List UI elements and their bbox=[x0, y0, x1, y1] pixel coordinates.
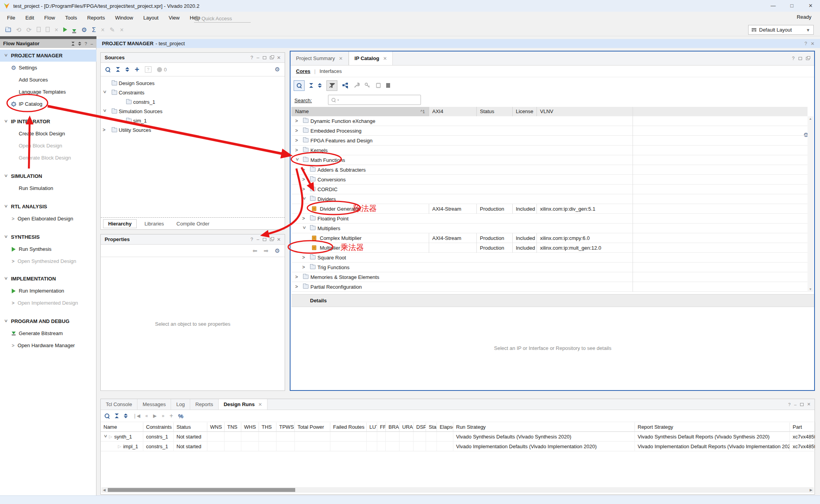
scroll-up-icon[interactable]: ▲ bbox=[809, 117, 812, 121]
close-tab-icon[interactable]: ✕ bbox=[258, 402, 262, 407]
settings-icon[interactable]: ⚙ bbox=[81, 27, 87, 33]
flow-item-ip-catalog[interactable]: IP Catalog bbox=[0, 98, 96, 110]
scroll-down-icon[interactable]: ▼ bbox=[809, 287, 812, 291]
taxonomy-view-icon[interactable] bbox=[342, 82, 349, 89]
ip-row-trig-functions[interactable]: >Trig Functions bbox=[291, 263, 808, 272]
source-item-constraints[interactable]: >Constraints bbox=[101, 88, 285, 97]
help-icon[interactable]: ? bbox=[251, 237, 253, 242]
expand-all-icon[interactable] bbox=[124, 413, 128, 418]
dr-column-failed-routes[interactable]: Failed Routes bbox=[330, 422, 367, 432]
dr-column-lut[interactable]: LUT bbox=[367, 422, 377, 432]
help-icon[interactable]: ? bbox=[251, 55, 253, 60]
layout-selector[interactable]: Default Layout ▼ bbox=[748, 25, 814, 35]
help-icon[interactable]: ? bbox=[788, 402, 791, 407]
ip-row-square-root[interactable]: >Square Root bbox=[291, 253, 808, 263]
maximize-icon[interactable]: □ bbox=[783, 0, 801, 12]
dr-column-tpws[interactable]: TPWS bbox=[276, 422, 295, 432]
collapse-all-icon[interactable] bbox=[309, 83, 313, 88]
subtab-interfaces[interactable]: Interfaces bbox=[319, 68, 342, 74]
menu-edit[interactable]: Edit bbox=[25, 15, 34, 21]
flow-section-header[interactable]: >PROJECT MANAGER bbox=[0, 50, 96, 62]
dr-column-part[interactable]: Part bbox=[790, 422, 815, 432]
add-sources-icon[interactable]: + bbox=[135, 65, 139, 74]
scrollbar-thumb[interactable] bbox=[108, 488, 295, 492]
dr-column-uram[interactable]: URAM bbox=[399, 422, 414, 432]
tab-project-summary[interactable]: Project Summary ✕ bbox=[291, 51, 349, 65]
ip-row-math-functions[interactable]: >Math Functions bbox=[291, 155, 808, 165]
minimize-panel-icon[interactable]: ‒ bbox=[257, 55, 259, 60]
ip-row-dynamic-function-exchange[interactable]: >Dynamic Function eXchange bbox=[291, 116, 808, 126]
sources-tab-hierarchy[interactable]: Hierarchy bbox=[103, 219, 137, 228]
flow-item-create-block-design[interactable]: Create Block Design bbox=[0, 128, 96, 140]
close-tab-icon[interactable]: ✕ bbox=[383, 56, 387, 61]
ip-row-conversions[interactable]: >Conversions bbox=[291, 175, 808, 185]
bottom-tab-messages[interactable]: Messages bbox=[137, 399, 171, 410]
horizontal-scrollbar[interactable]: ◀ ▶ bbox=[102, 487, 814, 493]
float-panel-icon[interactable] bbox=[270, 238, 273, 241]
bottom-tab-reports[interactable]: Reports bbox=[190, 399, 219, 410]
expand-all-icon[interactable] bbox=[125, 67, 129, 72]
flow-item-open-elaborated-design[interactable]: >Open Elaborated Design bbox=[0, 213, 96, 225]
menu-window[interactable]: Window bbox=[115, 15, 133, 21]
column-name[interactable]: Name ^1 bbox=[291, 107, 429, 116]
help-icon[interactable]: ? bbox=[804, 41, 807, 46]
maximize-panel-icon[interactable] bbox=[800, 403, 804, 406]
flow-item-settings[interactable]: ⚙Settings bbox=[0, 62, 96, 74]
vertical-scrollbar[interactable]: ▲ ▼ bbox=[808, 116, 813, 292]
flow-section-header[interactable]: >IMPLEMENTATION bbox=[0, 273, 96, 285]
source-item-utility-sources[interactable]: >Utility Sources bbox=[101, 125, 285, 135]
search-icon[interactable] bbox=[294, 80, 305, 91]
expand-all-icon[interactable] bbox=[318, 83, 322, 88]
flow-section-header[interactable]: >RTL ANALYSIS bbox=[0, 201, 96, 213]
dr-column-wns[interactable]: WNS bbox=[207, 422, 225, 432]
dr-column-elapsed[interactable]: Elapsed bbox=[437, 422, 453, 432]
ip-search-input[interactable]: ▾ bbox=[328, 95, 421, 105]
column-status[interactable]: Status bbox=[476, 107, 512, 116]
flow-section-header[interactable]: >SIMULATION bbox=[0, 170, 96, 182]
dr-column-run-strategy[interactable]: Run Strategy bbox=[453, 422, 635, 432]
bottom-tab-design-runs[interactable]: Design Runs✕ bbox=[219, 399, 268, 410]
search-icon[interactable] bbox=[105, 413, 110, 419]
search-icon[interactable] bbox=[105, 67, 111, 72]
maximize-panel-icon[interactable] bbox=[799, 57, 802, 60]
maximize-panel-icon[interactable] bbox=[263, 238, 266, 241]
minimize-panel-icon[interactable]: ‒ bbox=[257, 237, 259, 242]
help-icon[interactable]: ? bbox=[85, 41, 87, 46]
ip-row-multipliers[interactable]: >Multipliers bbox=[291, 224, 808, 233]
flow-item-generate-bitstream[interactable]: Generate Bitstream bbox=[0, 327, 96, 339]
flow-item-add-sources[interactable]: Add Sources bbox=[0, 74, 96, 86]
column-axi4[interactable]: AXI4 bbox=[429, 107, 476, 116]
dr-column-ff[interactable]: FF bbox=[377, 422, 386, 432]
close-panel-icon[interactable]: ✕ bbox=[277, 237, 281, 242]
generate-bitstream-icon[interactable] bbox=[72, 27, 76, 33]
flow-section-header[interactable]: >PROGRAM AND DEBUG bbox=[0, 315, 96, 327]
ip-row-dividers[interactable]: >Dividers bbox=[291, 194, 808, 204]
create-run-icon[interactable]: + bbox=[169, 412, 173, 419]
scroll-left-icon[interactable]: ◀ bbox=[102, 488, 107, 492]
close-tab-icon[interactable]: ✕ bbox=[339, 56, 343, 61]
menu-layout[interactable]: Layout bbox=[143, 15, 159, 21]
ip-row-memories-storage-elements[interactable]: >Memories & Storage Elements bbox=[291, 272, 808, 282]
open-project-icon[interactable] bbox=[5, 27, 11, 33]
source-item-simulation-sources[interactable]: >Simulation Sources bbox=[101, 106, 285, 116]
ip-row-floating-point[interactable]: >Floating Point bbox=[291, 214, 808, 224]
forward-icon[interactable]: ➡ bbox=[264, 247, 269, 254]
close-icon[interactable]: ✕ bbox=[811, 41, 815, 46]
dr-column-dsp[interactable]: DSP bbox=[414, 422, 426, 432]
sources-tab-compile-order[interactable]: Compile Order bbox=[172, 220, 214, 228]
collapse-all-icon[interactable] bbox=[71, 42, 75, 46]
dr-column-total-power[interactable]: Total Power bbox=[295, 422, 330, 432]
dr-column-report-strategy[interactable]: Report Strategy bbox=[635, 422, 790, 432]
dr-column-ths[interactable]: THS bbox=[259, 422, 276, 432]
dr-column-status[interactable]: Status bbox=[174, 422, 207, 432]
minimize-panel-icon[interactable]: ‒ bbox=[794, 402, 797, 407]
collapse-all-icon[interactable] bbox=[115, 413, 119, 418]
source-item-sim_1[interactable]: sim_1 bbox=[101, 116, 285, 125]
close-panel-icon[interactable]: ✕ bbox=[277, 55, 281, 60]
close-panel-icon[interactable]: ✕ bbox=[807, 402, 811, 407]
subtab-cores[interactable]: Cores bbox=[296, 68, 310, 74]
dr-column-start[interactable]: Start bbox=[426, 422, 437, 432]
filter-icon[interactable] bbox=[326, 80, 337, 91]
minimize-panel-icon[interactable]: ‒ bbox=[91, 41, 93, 46]
dr-run-name[interactable]: ▷impl_1 bbox=[101, 442, 143, 451]
